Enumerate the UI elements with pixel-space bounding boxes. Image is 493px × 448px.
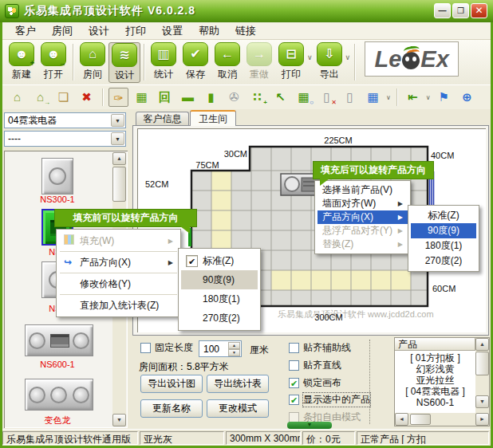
- update-name-button[interactable]: 更新名称: [140, 399, 203, 418]
- menu-print[interactable]: 打印: [117, 22, 154, 40]
- list-item[interactable]: NS600-1: [395, 397, 475, 408]
- submenu-item-standard[interactable]: 标准(Z): [411, 208, 476, 223]
- length-spinner[interactable]: 100 ▲ ▼: [199, 340, 242, 357]
- paint-bucket-icon[interactable]: ✇: [224, 88, 244, 107]
- submenu-item-270[interactable]: 270度(2): [411, 253, 476, 269]
- undo-button[interactable]: ← 取消: [211, 42, 243, 81]
- menu-item-product-direction[interactable]: ↪ 产品方向(X) ▶: [59, 253, 178, 271]
- save-button[interactable]: ✔ 保存: [179, 42, 211, 81]
- scrollbar-thumb[interactable]: [475, 352, 489, 375]
- submenu-item-180[interactable]: 180度(1): [411, 238, 476, 253]
- product-thumb-chameleon[interactable]: [25, 379, 93, 411]
- maximize-button[interactable]: ❐: [452, 3, 469, 18]
- new-page-icon[interactable]: ▯: [340, 88, 360, 107]
- scroll-up-icon[interactable]: ▲: [112, 152, 126, 165]
- menu-item-product-direction[interactable]: 产品方向(X) ▶: [317, 210, 408, 224]
- minimize-button[interactable]: —: [434, 3, 451, 18]
- home-icon[interactable]: ⌂: [7, 88, 27, 107]
- export-dropdown-caret-icon[interactable]: ∨: [345, 53, 351, 61]
- checkbox-checked-icon[interactable]: ✔: [289, 378, 299, 388]
- panel-splitter[interactable]: [369, 340, 370, 424]
- fill-cells-icon[interactable]: ▦: [132, 88, 152, 107]
- list-item[interactable]: 亚光拉丝: [395, 375, 475, 386]
- scrollbar-thumb[interactable]: [112, 167, 126, 202]
- flag-icon[interactable]: ⚑: [434, 88, 454, 107]
- scroll-up-icon[interactable]: ▲: [475, 338, 489, 351]
- new-button[interactable]: ☻+ 新建: [6, 42, 37, 81]
- horizontal-line-icon[interactable]: ▬: [178, 88, 198, 107]
- scroll-left-icon[interactable]: ◄: [395, 413, 408, 426]
- lock-canvas-checkbox[interactable]: ✔ 锁定画布: [289, 376, 341, 390]
- palette-dropdown-caret-icon[interactable]: ∨: [386, 94, 391, 101]
- add-points-icon[interactable]: ∷+: [247, 88, 267, 107]
- home-export-icon[interactable]: ⌂→: [30, 88, 50, 107]
- menu-customer[interactable]: 客户: [7, 22, 44, 40]
- list-hscrollbar[interactable]: ◄: [395, 413, 475, 426]
- menu-settings[interactable]: 设置: [154, 22, 191, 40]
- submenu-item-180[interactable]: 180度(1): [181, 289, 258, 308]
- show-selected-checkbox[interactable]: ✔ 显示选中的产品: [289, 393, 370, 407]
- border-cell-icon[interactable]: 回: [155, 88, 175, 107]
- submenu-item-270[interactable]: 270度(2): [181, 308, 258, 328]
- design-button[interactable]: ≋ 设计: [108, 42, 140, 83]
- fixed-length-checkbox[interactable]: 固定长度: [140, 341, 193, 355]
- room-button[interactable]: ⌂ 房间: [77, 42, 108, 81]
- spin-up-icon[interactable]: ▲: [228, 342, 240, 349]
- back-dropdown-caret-icon[interactable]: ∨: [426, 94, 431, 101]
- checkbox-icon[interactable]: [289, 343, 299, 353]
- delete-page-icon[interactable]: ▯✕: [317, 88, 337, 107]
- print-button[interactable]: ⊟ 打印: [275, 42, 307, 81]
- combo-arrow-icon[interactable]: ▼: [111, 132, 124, 145]
- tab-bathroom[interactable]: 卫生间: [190, 110, 236, 126]
- brush-icon[interactable]: ✑: [108, 88, 128, 107]
- checkbox-icon[interactable]: [289, 360, 299, 371]
- menu-item-add-to-stats[interactable]: 直接加入统计表(Z): [59, 297, 178, 314]
- select-arrow-icon[interactable]: ↖: [270, 88, 290, 107]
- submenu-item-standard[interactable]: ✔ 标准(Z): [181, 251, 258, 270]
- menu-item-wall-align[interactable]: 墙面对齐(W) ▶: [317, 197, 408, 210]
- menu-item-select-current[interactable]: 选择当前产品(V): [317, 183, 408, 197]
- palette-grid-icon[interactable]: ▦: [363, 88, 383, 107]
- statistics-button[interactable]: ▥ 统计: [148, 42, 179, 81]
- scroll-right-icon[interactable]: ►: [475, 413, 489, 426]
- tab-customer-info[interactable]: 客户信息: [136, 112, 189, 126]
- change-mode-button[interactable]: 更改模式: [207, 399, 269, 418]
- stop-icon[interactable]: ✖: [77, 88, 97, 107]
- list-vscrollbar[interactable]: ▲ ▼ ►: [475, 338, 489, 426]
- product-list-header[interactable]: 产品: [395, 338, 475, 351]
- back-arrow-icon[interactable]: ⇤: [403, 88, 423, 107]
- export-design-button[interactable]: 导出设计图: [140, 375, 203, 393]
- export-button[interactable]: ⇩ 导出: [314, 42, 345, 81]
- menu-design[interactable]: 设计: [81, 22, 117, 40]
- checkbox-icon[interactable]: [140, 343, 151, 353]
- submenu-item-90[interactable]: 90度(9): [411, 223, 476, 238]
- subcategory-combo[interactable]: ---- ▼: [4, 131, 126, 147]
- checkbox-checked-icon[interactable]: ✔: [289, 395, 299, 405]
- canvas-hscroll-thumb[interactable]: ▼: [287, 422, 332, 429]
- combo-arrow-icon[interactable]: ▼: [111, 114, 124, 127]
- snap-lines-checkbox[interactable]: 贴齐直线: [289, 359, 341, 372]
- scroll-down-icon[interactable]: ▼: [475, 395, 489, 408]
- export-stats-button[interactable]: 导出统计表: [207, 375, 269, 393]
- product-thumb-ns600-1[interactable]: [25, 324, 93, 356]
- snap-guides-checkbox[interactable]: 贴齐辅助线: [289, 341, 351, 355]
- close-button[interactable]: ✕: [471, 3, 487, 18]
- menu-room[interactable]: 房间: [44, 22, 81, 40]
- open-button[interactable]: ☻→ 打开: [37, 42, 69, 81]
- spin-down-icon[interactable]: ▼: [228, 349, 240, 356]
- table-search-icon[interactable]: ▦○: [294, 88, 314, 107]
- product-thumb-ns300-1[interactable]: [41, 158, 73, 195]
- print-dropdown-caret-icon[interactable]: ∨: [307, 53, 313, 61]
- list-item[interactable]: 幻彩浅黄: [395, 364, 475, 375]
- scroll-down-icon[interactable]: ▼: [112, 414, 126, 426]
- vertical-line-icon[interactable]: ▮: [201, 88, 221, 107]
- menu-help[interactable]: 帮助: [191, 22, 227, 40]
- submenu-item-90[interactable]: 90度(9): [181, 270, 258, 289]
- zoom-in-icon[interactable]: ⊕: [457, 88, 477, 107]
- category-combo[interactable]: 04霓裳电器 ▼: [4, 112, 126, 128]
- list-item[interactable]: [ 01方扣板 ]: [395, 352, 475, 364]
- menu-item-edit-price[interactable]: 修改价格(Y): [59, 275, 178, 293]
- scrollbar-thumb[interactable]: [410, 414, 431, 425]
- paste-icon[interactable]: ❏: [53, 88, 73, 107]
- list-item[interactable]: [ 04霓裳电器 ]: [395, 386, 475, 397]
